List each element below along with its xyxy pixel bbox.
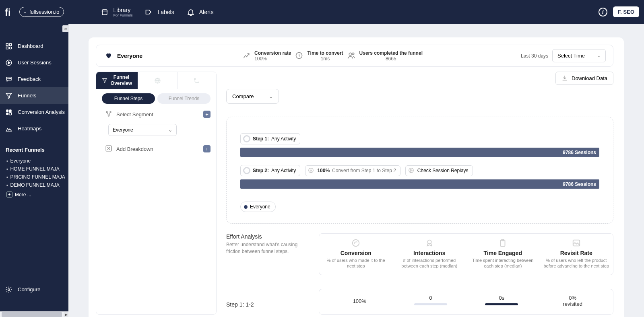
- svg-point-27: [427, 240, 431, 244]
- box-icon: [100, 8, 109, 16]
- sidebar-item-configure[interactable]: Configure: [0, 281, 68, 298]
- chevron-down-icon: ⌄: [597, 53, 601, 58]
- funnel-steps-chart: Step 1: Any Activity 9786 Sessions Step …: [226, 117, 613, 224]
- select-time-dropdown[interactable]: Select Time ⌄: [552, 49, 606, 62]
- sidebar-item-label: Configure: [18, 286, 40, 292]
- segment-icon: [105, 110, 113, 118]
- chevron-down-icon: ⌄: [168, 127, 172, 133]
- step-2-convert-chip[interactable]: 100% Convert from Step 1 to Step 2: [305, 165, 400, 176]
- collapse-sidebar[interactable]: «: [62, 25, 69, 32]
- segment-dropdown[interactable]: Everyone ⌄: [108, 124, 177, 136]
- sidebar-item-conversion-analysis[interactable]: Conversion Analysis: [0, 104, 68, 120]
- kpi-row: Everyone Conversion rate100% Time to con…: [96, 45, 613, 67]
- topbar: fi ⌄ fullsession.io Library For Funnels …: [0, 0, 644, 24]
- svg-point-7: [9, 78, 10, 79]
- recent-funnel-item[interactable]: •PRICING FUNNEL MAJA: [6, 173, 68, 181]
- sidebar-item-label: Conversion Analysis: [18, 109, 65, 115]
- svg-point-18: [194, 78, 196, 79]
- scrollbar-thumb[interactable]: [2, 312, 62, 317]
- effort-step-label: Step 1: 1-2: [226, 301, 311, 308]
- sidebar-item-funnels[interactable]: Funnels: [0, 87, 68, 104]
- puzzle-icon: [5, 108, 13, 116]
- flow-icon: [193, 77, 200, 84]
- grid-icon: [5, 42, 13, 50]
- tab-secondary-1[interactable]: [138, 72, 178, 89]
- effort-col-revisit-rate: Revisit Rate % of users who left the pro…: [540, 234, 613, 275]
- sidebar-item-feedback[interactable]: Feedback: [0, 71, 68, 87]
- sidebar: « Dashboard User Sessions Feedback Funne…: [0, 24, 68, 317]
- user-menu[interactable]: F. SEO: [613, 6, 639, 17]
- legend-everyone[interactable]: Everyone: [240, 202, 276, 212]
- tab-funnel-overview[interactable]: FunnelOverview: [96, 72, 138, 89]
- add-segment-button[interactable]: +: [203, 111, 211, 118]
- bell-icon: [186, 8, 195, 16]
- chart-up-icon: [242, 51, 251, 60]
- breakdown-icon: [105, 145, 113, 153]
- segment-indicator[interactable]: Everyone: [105, 52, 142, 60]
- heart-icon: [105, 52, 113, 60]
- chat-icon: [5, 75, 13, 83]
- svg-point-20: [106, 111, 107, 113]
- nav-library[interactable]: Library For Funnels: [100, 7, 132, 17]
- play-circle-icon: [5, 59, 13, 67]
- svg-point-15: [349, 53, 352, 56]
- svg-point-22: [108, 115, 109, 116]
- sidebar-item-label: Funnels: [18, 93, 36, 99]
- nav-library-sub: For Funnels: [113, 13, 132, 17]
- plus-box-icon: +: [6, 191, 12, 198]
- svg-point-8: [10, 78, 11, 79]
- compare-dropdown[interactable]: Compare ⌄: [226, 89, 279, 104]
- funnel-icon: [5, 92, 13, 100]
- legend-dot-icon: [244, 205, 248, 209]
- recent-funnel-item[interactable]: •Everyone: [6, 157, 68, 165]
- nav-alerts[interactable]: Alerts: [186, 8, 214, 16]
- gear-icon: [5, 286, 13, 294]
- info-icon[interactable]: i: [599, 8, 607, 16]
- kpi-conversion-rate: Conversion rate100%: [241, 50, 291, 62]
- step-2-bar[interactable]: 9786 Sessions: [240, 179, 599, 189]
- effort-col-time-engaged: Time Engaged Time spent interacting betw…: [466, 234, 540, 275]
- svg-rect-10: [9, 109, 12, 112]
- heatmap-icon: [5, 125, 13, 133]
- tab-secondary-2[interactable]: [178, 72, 217, 89]
- pill-funnel-trends[interactable]: Funnel Trends: [157, 93, 211, 104]
- sidebar-item-dashboard[interactable]: Dashboard: [0, 38, 68, 54]
- chevron-down-icon: ⌄: [269, 94, 273, 99]
- step-1-chip[interactable]: Step 1: Any Activity: [240, 133, 300, 144]
- nav-labels[interactable]: Labels: [144, 8, 174, 16]
- effort-val-time: 0s: [466, 295, 537, 307]
- sidebar-scrollbar[interactable]: ▶: [0, 311, 68, 317]
- tag-icon: [144, 8, 153, 16]
- svg-rect-2: [10, 43, 12, 45]
- sidebar-item-heatmaps[interactable]: Heatmaps: [0, 120, 68, 137]
- effort-val-conversion: 100%: [324, 295, 395, 307]
- effort-col-conversion: Conversion % of users who made it to the…: [319, 234, 393, 275]
- kpi-time-to-convert: Time to convert1ms: [293, 50, 343, 62]
- svg-point-25: [409, 168, 413, 172]
- site-selector[interactable]: ⌄ fullsession.io: [19, 7, 64, 17]
- step-1-bar[interactable]: 9786 Sessions: [240, 148, 599, 157]
- step-2-chip[interactable]: Step 2: Any Activity: [240, 165, 300, 176]
- check-replays-chip[interactable]: Check Session Replays: [405, 165, 473, 176]
- recent-funnel-item[interactable]: •DEMO FUNNEL MAJA: [6, 181, 68, 189]
- svg-point-6: [8, 78, 8, 79]
- chevron-down-icon: ⌄: [23, 9, 27, 14]
- image-icon: [572, 239, 581, 247]
- add-breakdown-button[interactable]: +: [203, 145, 211, 152]
- recent-funnel-item[interactable]: •HOME FUNNEL MAJA: [6, 165, 68, 173]
- pill-funnel-steps[interactable]: Funnel Steps: [102, 93, 155, 104]
- sidebar-item-label: Heatmaps: [18, 126, 41, 132]
- effort-val-interactions: 0: [395, 295, 466, 307]
- radio-icon: [243, 135, 250, 142]
- funnel-panel: Everyone Conversion rate100% Time to con…: [89, 37, 624, 317]
- play-circle-icon: [408, 167, 415, 174]
- recent-more[interactable]: + More ...: [0, 189, 68, 198]
- globe-icon: [154, 77, 161, 84]
- users-icon: [347, 51, 356, 60]
- brand-logo: fi: [5, 6, 17, 18]
- download-data-button[interactable]: Download Data: [555, 72, 613, 85]
- sidebar-item-user-sessions[interactable]: User Sessions: [0, 54, 68, 71]
- funnel-config-box: FunnelOverview Funnel Steps Funnel Trend…: [96, 72, 217, 315]
- sidebar-item-label: User Sessions: [18, 60, 52, 66]
- scroll-right-icon[interactable]: ▶: [64, 312, 68, 317]
